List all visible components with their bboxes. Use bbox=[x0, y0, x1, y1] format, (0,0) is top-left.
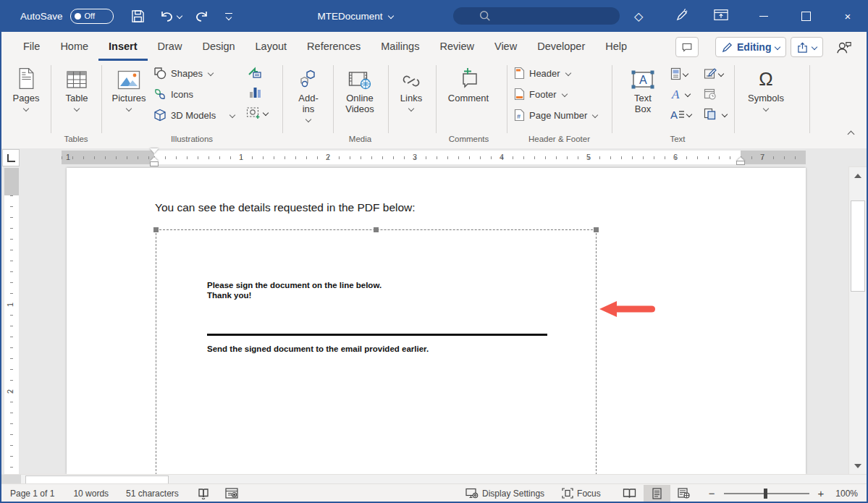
tab-home[interactable]: Home bbox=[50, 32, 98, 61]
zoom-slider[interactable] bbox=[724, 489, 809, 499]
zoom-out-button[interactable]: − bbox=[709, 487, 715, 499]
web-layout-button[interactable] bbox=[678, 488, 690, 499]
vertical-scrollbar[interactable] bbox=[848, 166, 867, 475]
tab-design[interactable]: Design bbox=[192, 32, 245, 61]
table-button[interactable]: Table bbox=[56, 64, 97, 111]
pages-button[interactable]: Pages bbox=[6, 64, 46, 111]
zoom-slider-handle[interactable] bbox=[764, 489, 767, 499]
tab-help[interactable]: Help bbox=[595, 32, 637, 61]
scroll-up-button[interactable] bbox=[849, 169, 867, 183]
symbols-button[interactable]: Ω Symbols bbox=[746, 64, 786, 111]
zoom-level[interactable]: 100% bbox=[835, 489, 858, 499]
footer-button[interactable]: Footer bbox=[514, 88, 567, 101]
save-icon[interactable] bbox=[131, 9, 145, 23]
word-count[interactable]: 10 words bbox=[73, 489, 109, 499]
links-button[interactable]: Links bbox=[392, 64, 430, 111]
embedded-pdf-object[interactable]: Please sign the document on the line bel… bbox=[156, 229, 597, 475]
customize-quick-access-button[interactable] bbox=[225, 13, 232, 20]
page-number-button[interactable]: # Page Number bbox=[514, 109, 597, 122]
icons-button[interactable]: Icons bbox=[153, 88, 193, 101]
svg-text:#: # bbox=[517, 113, 521, 120]
title-bar: AutoSave Off MTEDocument bbox=[0, 0, 868, 32]
premium-diamond-icon[interactable]: ◇ bbox=[634, 9, 643, 23]
right-indent-marker-base[interactable] bbox=[737, 161, 744, 164]
ribbon-display-options-icon[interactable] bbox=[714, 9, 728, 22]
resize-handle-top-left[interactable] bbox=[153, 227, 159, 232]
autosave-toggle[interactable]: Off bbox=[70, 9, 114, 24]
editing-mode-button[interactable]: Editing bbox=[715, 37, 786, 57]
tab-developer[interactable]: Developer bbox=[527, 32, 595, 61]
header-button[interactable]: Header bbox=[514, 67, 570, 80]
scroll-down-button[interactable] bbox=[849, 459, 867, 473]
svg-text:A: A bbox=[639, 74, 647, 86]
ruler-right-margin: 7 bbox=[741, 151, 806, 164]
object-button[interactable] bbox=[704, 108, 727, 120]
maximize-button[interactable] bbox=[789, 0, 822, 32]
read-mode-button[interactable] bbox=[623, 488, 636, 499]
left-indent-marker[interactable] bbox=[151, 162, 158, 166]
document-page[interactable]: You can see the details requested in the… bbox=[67, 168, 806, 474]
minimize-button[interactable] bbox=[747, 0, 780, 32]
tab-layout[interactable]: Layout bbox=[245, 32, 298, 61]
hanging-indent-marker[interactable] bbox=[150, 157, 159, 161]
tab-insert[interactable]: Insert bbox=[98, 32, 148, 61]
display-settings-button[interactable]: Display Settings bbox=[465, 488, 544, 499]
print-layout-button[interactable] bbox=[644, 485, 670, 502]
close-button[interactable]: × bbox=[831, 0, 864, 32]
pictures-button[interactable]: Pictures bbox=[107, 64, 151, 111]
pages-chevron[interactable] bbox=[23, 106, 29, 111]
macro-recording-icon[interactable] bbox=[225, 488, 238, 499]
status-bar: Page 1 of 1 10 words 51 characters Displ… bbox=[0, 483, 868, 502]
comments-button[interactable] bbox=[675, 37, 699, 57]
resize-handle-top-right[interactable] bbox=[594, 227, 599, 232]
presence-person-icon[interactable] bbox=[836, 40, 852, 54]
zoom-in-button[interactable]: + bbox=[818, 487, 825, 499]
chart-button[interactable] bbox=[249, 85, 262, 99]
collapse-ribbon-chevron[interactable] bbox=[848, 131, 855, 138]
tab-file[interactable]: File bbox=[13, 32, 50, 61]
red-arrow-annotation[interactable] bbox=[598, 300, 657, 318]
symbols-chevron[interactable] bbox=[763, 106, 769, 111]
table-chevron[interactable] bbox=[74, 106, 80, 111]
date-time-button[interactable] bbox=[704, 88, 717, 101]
add-ins-chevron[interactable] bbox=[306, 117, 311, 122]
whats-new-pen-icon[interactable] bbox=[675, 9, 688, 22]
search-input[interactable] bbox=[453, 7, 620, 25]
scrollbar-thumb[interactable] bbox=[851, 200, 865, 292]
links-chevron[interactable] bbox=[408, 106, 414, 111]
screenshot-button[interactable] bbox=[246, 106, 268, 119]
smartart-button[interactable] bbox=[248, 67, 262, 79]
tab-mailings[interactable]: Mailings bbox=[371, 32, 429, 61]
tab-review[interactable]: Review bbox=[429, 32, 484, 61]
pictures-chevron[interactable] bbox=[126, 106, 132, 111]
tab-draw[interactable]: Draw bbox=[148, 32, 193, 61]
tab-selector[interactable] bbox=[2, 149, 20, 166]
proofing-status-icon[interactable] bbox=[198, 488, 209, 499]
document-title-chevron[interactable] bbox=[387, 13, 393, 19]
document-title[interactable]: MTEDocument bbox=[318, 11, 383, 22]
first-line-indent-marker[interactable] bbox=[150, 148, 159, 153]
add-ins-button[interactable]: Add-ins bbox=[290, 64, 327, 122]
resize-handle-top-middle[interactable] bbox=[374, 227, 379, 232]
undo-dropdown-chevron[interactable] bbox=[176, 13, 182, 19]
new-comment-button[interactable]: Comment bbox=[443, 64, 494, 103]
share-button[interactable] bbox=[791, 37, 823, 57]
3d-models-button[interactable]: 3D Models bbox=[153, 109, 235, 122]
quick-parts-chevron bbox=[683, 71, 688, 77]
drop-cap-button[interactable]: A bbox=[670, 108, 691, 121]
focus-button[interactable]: Focus bbox=[562, 488, 601, 499]
tab-view[interactable]: View bbox=[484, 32, 527, 61]
tab-references[interactable]: References bbox=[297, 32, 371, 61]
signature-line-button[interactable] bbox=[704, 67, 723, 80]
online-videos-button[interactable]: Online Videos bbox=[337, 64, 382, 114]
undo-button[interactable] bbox=[159, 9, 182, 23]
shapes-button[interactable]: Shapes bbox=[153, 67, 213, 80]
character-count[interactable]: 51 characters bbox=[126, 489, 179, 499]
page-indicator[interactable]: Page 1 of 1 bbox=[10, 489, 54, 499]
redo-button[interactable] bbox=[195, 9, 209, 23]
word-window: AutoSave Off MTEDocument bbox=[0, 0, 868, 503]
text-box-button[interactable]: A Text Box bbox=[623, 64, 663, 114]
wordart-button[interactable]: A bbox=[670, 88, 690, 101]
quick-parts-button[interactable] bbox=[670, 67, 688, 80]
ruler-row: 1 1 2 3 4 5 6 7 bbox=[0, 148, 868, 166]
